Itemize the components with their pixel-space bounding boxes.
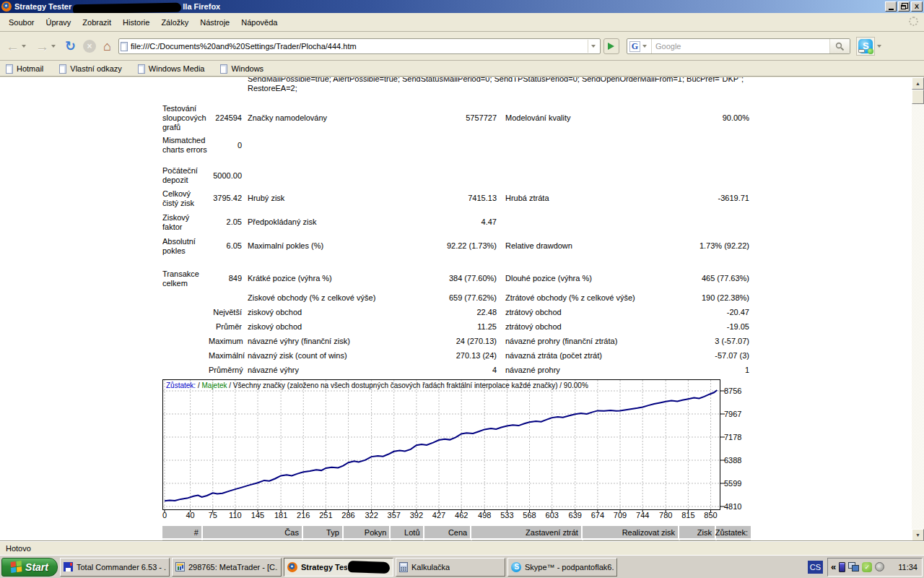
taskbar-button[interactable]: Total Commander 6.53 - ... <box>60 558 170 577</box>
volume-icon[interactable] <box>875 562 884 571</box>
menu-záložky[interactable]: Záložky <box>155 16 194 29</box>
stats-label <box>162 319 209 334</box>
back-dropdown-icon[interactable] <box>22 45 26 48</box>
restore-icon <box>901 5 906 9</box>
go-button[interactable] <box>603 38 619 54</box>
x-axis-label: 780 <box>659 511 672 519</box>
stats-value: 659 (77.62%) <box>425 290 498 305</box>
search-icon <box>835 42 845 51</box>
stats-row: Největšíziskový obchod22.48ztrátový obch… <box>162 305 749 319</box>
y-axis-label: 7178 <box>724 433 753 441</box>
bookmark-item[interactable]: Windows Media <box>138 64 205 74</box>
search-submit-button[interactable] <box>829 39 850 53</box>
stats-label <box>162 290 209 305</box>
stats-label: návazná ztráta (počet ztrát) <box>498 348 671 363</box>
skype-icon <box>511 562 521 572</box>
restore-button[interactable] <box>898 1 910 12</box>
stats-label: Dlouhé pozice (výhra %) <box>498 267 671 290</box>
antivirus-shield-icon[interactable]: ✓ <box>862 562 872 572</box>
stats-value <box>209 290 245 305</box>
back-button[interactable]: ← <box>6 40 19 53</box>
taskbar-button-label: Strategy Tester <box>301 563 347 571</box>
language-indicator[interactable]: CS <box>808 561 823 574</box>
network-icon[interactable] <box>848 562 859 571</box>
y-axis-label: 4810 <box>724 502 753 511</box>
tray-expand-chevron[interactable]: « <box>831 561 836 572</box>
menu-zobrazit[interactable]: Zobrazit <box>77 16 117 29</box>
x-axis-label: 815 <box>681 511 694 519</box>
google-icon: G <box>629 41 640 52</box>
bookmark-item[interactable]: Vlastní odkazy <box>59 64 122 74</box>
close-button[interactable]: X <box>911 1 923 12</box>
stats-value: -19.05 <box>671 319 749 334</box>
stop-button[interactable]: × <box>83 40 96 53</box>
home-button[interactable]: ⌂ <box>103 40 111 53</box>
menu-nápověda[interactable]: Nápověda <box>235 16 283 29</box>
scrollbar-thumb[interactable] <box>912 90 924 104</box>
stats-value: -20.47 <box>671 305 749 319</box>
taskbar-button[interactable]: Kalkulačka <box>396 558 505 577</box>
stats-row: Průměrnýnávazné výhry4návazné prohry1 <box>162 363 749 377</box>
stats-value: 4 <box>425 363 498 377</box>
menu-historie[interactable]: Historie <box>117 16 155 29</box>
stats-value: 849 <box>209 267 245 290</box>
x-axis-label: 639 <box>569 511 582 519</box>
bookmark-item[interactable]: Hotmail <box>6 64 43 74</box>
system-tray: « ✓ 11:34 <box>827 558 923 577</box>
scroll-up-button[interactable]: ▲ <box>912 77 924 90</box>
x-axis-label: 709 <box>614 511 627 519</box>
skype-icon <box>858 39 873 53</box>
stats-label <box>162 363 209 377</box>
start-button[interactable]: Start <box>1 558 58 577</box>
chevron-down-icon <box>591 45 596 48</box>
x-axis-label: 533 <box>500 511 513 519</box>
scroll-down-button[interactable]: ▼ <box>912 529 924 541</box>
bookmark-label: Vlastní odkazy <box>70 64 122 73</box>
stats-row: Maximálnínávazný zisk (count of wins)270… <box>162 348 749 363</box>
address-bar[interactable]: file:///C:/Documents%20and%20Settings/Tr… <box>118 38 601 54</box>
stats-row: Mismatched charts errors0 <box>162 134 749 156</box>
url-text[interactable]: file:///C:/Documents%20and%20Settings/Tr… <box>131 42 357 51</box>
address-dropdown-button[interactable] <box>588 40 598 53</box>
taskbar-button-label: Kalkulačka <box>411 563 450 571</box>
search-box[interactable]: G Google <box>627 38 850 54</box>
x-axis-label: 850 <box>704 511 717 519</box>
bookmark-item[interactable]: Windows <box>220 64 263 74</box>
stats-label <box>498 210 671 234</box>
search-input[interactable]: Google <box>655 42 829 51</box>
forward-dropdown-icon[interactable] <box>51 45 56 48</box>
reload-button[interactable]: ↻ <box>65 40 76 53</box>
orders-header-cell: Pokyn <box>344 526 390 538</box>
taskbar-button[interactable]: 298765: MetaTrader - [C... <box>172 558 282 577</box>
search-engine-button[interactable]: G <box>627 39 652 53</box>
stats-label: ziskový obchod <box>245 305 425 319</box>
menu-soubor[interactable]: Soubor <box>3 16 40 29</box>
start-label: Start <box>25 561 48 573</box>
floppy-icon <box>64 562 73 571</box>
stats-row: Počáteční depozit5000.00 <box>162 165 749 186</box>
x-axis-label: 427 <box>432 511 445 519</box>
stats-value: Maximum <box>209 334 245 348</box>
stats-value: 1 <box>671 363 749 377</box>
chart-title: Zůstatek: / Majetek / Všechny značky (za… <box>166 381 588 389</box>
menu-nástroje[interactable]: Nástroje <box>194 16 235 29</box>
stats-row: Maximumnávazné výhry (finanční zisk)24 (… <box>162 334 749 348</box>
taskbar-button[interactable]: Skype™ - podpantoflak6... <box>507 558 617 577</box>
chevron-down-icon[interactable] <box>877 45 881 48</box>
vertical-scrollbar[interactable]: ▲ ▼ <box>912 77 924 541</box>
stats-value: 5757727 <box>425 101 498 134</box>
stats-label: ztrátový obchod <box>498 305 671 319</box>
stats-value: -3619.71 <box>671 186 749 210</box>
stats-value: 4.47 <box>425 210 498 234</box>
menu-úpravy[interactable]: Úpravy <box>40 16 77 29</box>
taskbar-button[interactable]: Strategy Tester <box>284 558 393 577</box>
taskbar: Start Total Commander 6.53 - ...298765: … <box>0 555 924 578</box>
stats-value: Maximální <box>209 348 245 363</box>
minimize-button[interactable] <box>885 1 897 12</box>
battery-icon[interactable] <box>839 562 845 572</box>
x-axis-label: 110 <box>229 511 242 519</box>
stats-value <box>671 210 749 234</box>
forward-button[interactable]: → <box>35 40 49 53</box>
skype-extension-button[interactable] <box>856 37 875 56</box>
orders-header-cell: Zůstatek: <box>716 526 751 538</box>
